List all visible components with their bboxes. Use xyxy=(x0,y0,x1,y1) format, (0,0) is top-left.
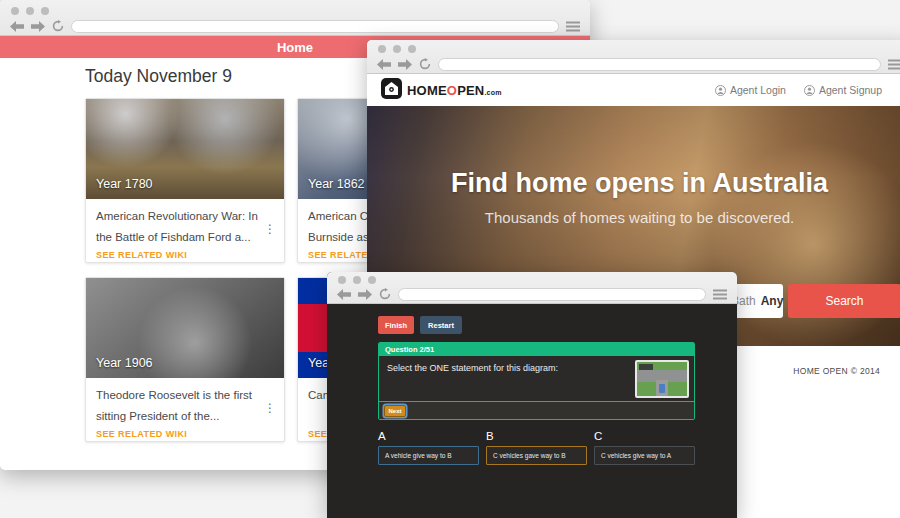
forward-icon[interactable] xyxy=(31,21,45,32)
maximize-window-button[interactable] xyxy=(41,7,49,15)
menu-icon[interactable] xyxy=(566,21,580,32)
reload-icon[interactable] xyxy=(379,288,391,300)
card-image-battle-painting: Year 1780 xyxy=(86,99,284,199)
option-a-label: A xyxy=(378,430,386,442)
window-controls xyxy=(338,276,376,284)
year-label: Year 1906 xyxy=(96,356,153,370)
reload-icon[interactable] xyxy=(419,58,431,70)
next-button[interactable]: Next xyxy=(384,405,406,417)
window-controls xyxy=(378,45,416,53)
back-icon[interactable] xyxy=(337,289,351,300)
option-c-answer[interactable]: C vehicles give way to A xyxy=(594,446,695,465)
history-card-1906[interactable]: Year 1906 Theodore Roosevelt is the firs… xyxy=(85,277,285,442)
question-panel: Question 2/51 Select the ONE statement f… xyxy=(378,342,695,420)
option-b-answer[interactable]: C vehicles gave way to B xyxy=(486,446,587,465)
url-input[interactable] xyxy=(438,58,881,71)
maximize-window-button[interactable] xyxy=(368,276,376,284)
browser-chrome xyxy=(327,272,737,304)
car-icon xyxy=(659,384,665,393)
browser-chrome xyxy=(0,0,590,36)
finish-button[interactable]: Finish xyxy=(378,316,414,334)
url-input[interactable] xyxy=(71,20,559,33)
reload-icon[interactable] xyxy=(52,20,64,32)
year-label: Year 1862 xyxy=(308,177,365,191)
year-label: Year 1780 xyxy=(96,177,153,191)
question-progress-header: Question 2/51 xyxy=(379,343,694,356)
minimize-window-button[interactable] xyxy=(26,7,34,15)
menu-icon[interactable] xyxy=(713,289,727,300)
close-window-button[interactable] xyxy=(11,7,19,15)
maximize-window-button[interactable] xyxy=(408,45,416,53)
forward-icon[interactable] xyxy=(358,289,372,300)
back-icon[interactable] xyxy=(377,59,391,70)
page-title: Today November 9 xyxy=(85,66,232,87)
quiz-content: Finish Restart Question 2/51 Select the … xyxy=(327,304,737,518)
card-title: American Revolutionary War: In the Battl… xyxy=(96,210,258,243)
kebab-menu-icon[interactable]: ⋮ xyxy=(264,398,276,419)
road-diagram-thumbnail[interactable] xyxy=(635,360,689,398)
restart-button[interactable]: Restart xyxy=(420,316,462,334)
user-icon xyxy=(804,85,815,96)
minimize-window-button[interactable] xyxy=(393,45,401,53)
menu-icon[interactable] xyxy=(888,59,900,70)
hero-title: Find home opens in Australia xyxy=(367,168,900,199)
option-c-label: C xyxy=(594,430,602,442)
browser-chrome xyxy=(367,40,900,74)
card-image-roosevelt-portrait: Year 1906 xyxy=(86,278,284,378)
agent-login-link[interactable]: Agent Login xyxy=(715,84,786,96)
back-icon[interactable] xyxy=(10,21,24,32)
kebab-menu-icon[interactable]: ⋮ xyxy=(264,219,276,240)
close-window-button[interactable] xyxy=(378,45,386,53)
url-input[interactable] xyxy=(398,288,706,301)
user-icon xyxy=(715,85,726,96)
minimize-window-button[interactable] xyxy=(353,276,361,284)
homeopen-header: HOMEOPEN.com Agent Login Agent Signup xyxy=(367,74,900,106)
bath-value: Any xyxy=(761,294,784,308)
option-a-answer[interactable]: A vehicle give way to B xyxy=(378,446,479,465)
quiz-browser-window: Finish Restart Question 2/51 Select the … xyxy=(327,272,737,518)
option-b-label: B xyxy=(486,430,494,442)
agent-signup-label: Agent Signup xyxy=(819,84,882,96)
search-button[interactable]: Search xyxy=(788,284,900,318)
hero-subtitle: Thousands of homes waiting to be discove… xyxy=(367,209,900,226)
agent-signup-link[interactable]: Agent Signup xyxy=(804,84,882,96)
agent-login-label: Agent Login xyxy=(730,84,786,96)
home-tab-label: Home xyxy=(277,40,313,55)
forward-icon[interactable] xyxy=(398,59,412,70)
window-controls xyxy=(11,7,49,15)
question-text: Select the ONE statement for this diagra… xyxy=(387,363,558,373)
close-window-button[interactable] xyxy=(338,276,346,284)
logo-text: HOMEOPEN.com xyxy=(407,83,502,98)
home-logo-icon xyxy=(381,78,402,103)
card-title: Theodore Roosevelt is the first sitting … xyxy=(96,389,252,422)
history-card-1780[interactable]: Year 1780 American Revolutionary War: In… xyxy=(85,98,285,263)
homeopen-logo[interactable]: HOMEOPEN.com xyxy=(381,78,502,103)
